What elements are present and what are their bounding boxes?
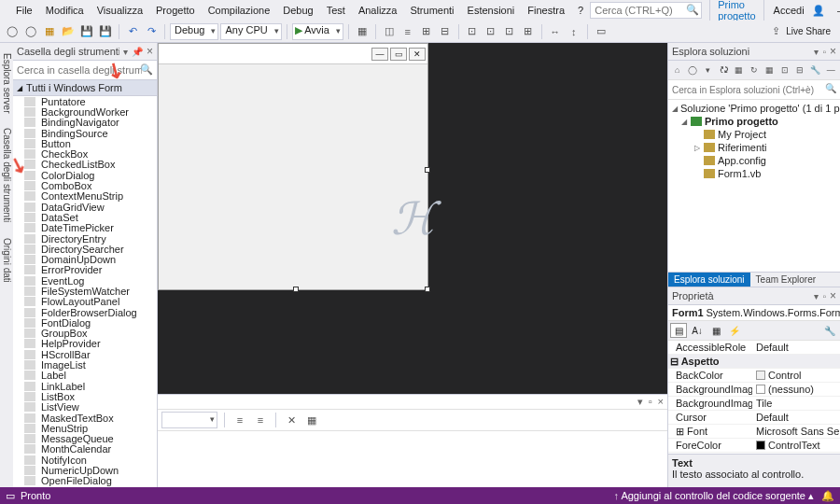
property-row[interactable]: ForeColorControlText [668,439,840,453]
toolbox-search-input[interactable] [15,63,155,77]
toolbox-category[interactable]: ◢ Tutti i Windows Form [13,80,157,96]
sign-in-link[interactable]: Accedi [774,5,805,16]
platform-combo[interactable]: Any CPU▾ [220,23,281,40]
toolbox-item[interactable]: NumericUpDown [13,465,157,475]
toolbox-item[interactable]: GroupBox [13,329,157,339]
properties-object[interactable]: Form1 System.Windows.Forms.Form [668,305,840,321]
pin-icon[interactable]: ▫ [822,47,826,57]
dropdown-icon[interactable]: ▾ [814,291,819,301]
property-row[interactable]: ⊞ FontMicrosoft Sans Serif; 8,25pt [668,425,840,439]
toolbox-item[interactable]: EventLog [13,275,157,286]
toolbox-item[interactable]: CheckBox [13,148,157,159]
rail-tab[interactable]: Casella degli strumenti [0,121,14,229]
source-control-button[interactable]: ↑ Aggiungi al controllo del codice sorge… [613,490,814,502]
tb-icon[interactable]: ▾ [701,63,715,77]
categorized-icon[interactable]: ▤ [670,323,687,338]
toolbox-item[interactable]: MenuStrip [13,423,157,433]
tree-node[interactable]: App.config [668,154,840,167]
menu-visualizza[interactable]: Visualizza [91,2,149,19]
quick-search-input[interactable] [590,2,702,19]
tb-icon[interactable]: ✕ [283,412,300,428]
property-pages-icon[interactable]: 🔧 [821,323,838,338]
tb-icon[interactable]: ≡ [231,412,248,428]
form-max-button[interactable]: ▭ [390,48,407,61]
close-icon[interactable]: × [147,45,153,58]
toolbox-item[interactable]: FolderBrowserDialog [13,307,157,317]
align-icon[interactable]: ⊡ [483,23,499,40]
toolbox-item[interactable]: NotifyIcon [13,455,157,465]
toolbox-item[interactable]: DateTimePicker [13,223,157,233]
toolbox-item[interactable]: FileSystemWatcher [13,286,157,296]
live-share-label[interactable]: Live Share [786,26,831,36]
menu-compilazione[interactable]: Compilazione [202,2,277,19]
tab-team-explorer[interactable]: Team Explorer [750,273,821,287]
solution-search-input[interactable] [670,82,838,97]
toolbox-item[interactable]: ComboBox [13,180,157,190]
property-row[interactable]: BackColorControl [668,369,840,383]
toolbox-item[interactable]: CheckedListBox [13,160,157,170]
toolbox-item[interactable]: DataGridView [13,202,157,212]
toolbox-item[interactable]: LinkLabel [13,381,157,391]
tb-icon[interactable]: — [824,63,838,77]
tb-icon[interactable]: ≡ [252,412,269,428]
menu-debug[interactable]: Debug [276,2,319,19]
menu-?[interactable]: ? [571,2,590,19]
tb-icon[interactable]: ▦ [763,63,777,77]
toolbox-item[interactable]: HelpProvider [13,339,157,349]
align-icon[interactable]: ⊞ [520,23,537,40]
properties-icon[interactable]: ▦ [707,323,724,338]
dropdown-icon[interactable]: ▾ [637,396,643,408]
toolbox-item[interactable]: FlowLayoutPanel [13,297,157,307]
dropdown-icon[interactable]: ▾ [814,47,819,57]
align-icon[interactable]: ⊞ [418,23,435,40]
nav-back-icon[interactable]: ◯ [4,23,21,40]
new-project-icon[interactable]: ▦ [41,23,58,40]
rail-tab[interactable]: Origini dati [0,231,14,289]
pin-icon[interactable]: ▫ [822,291,826,301]
toolbox-item[interactable]: ListView [13,402,157,413]
toolbox-item[interactable]: BindingSource [13,128,157,138]
toolbox-item[interactable]: MessageQueue [13,434,157,444]
toolbox-item[interactable]: Label [13,371,157,381]
close-icon[interactable]: × [830,289,836,302]
form-client-area[interactable] [159,64,427,289]
toolbox-item[interactable]: DirectorySearcher [13,244,157,254]
sync-icon[interactable]: 🗘 [716,63,730,77]
quick-search[interactable]: 🔍 [590,2,702,19]
toolbox-item[interactable]: FontDialog [13,317,157,328]
notifications-icon[interactable]: 🔔 [821,490,834,502]
toolbox-item[interactable]: ColorDialog [13,170,157,180]
solution-tree[interactable]: ◢Soluzione 'Primo progetto' (1 di 1 prog… [668,100,840,272]
menu-progetto[interactable]: Progetto [149,2,202,19]
user-icon[interactable]: 👤 [812,5,825,17]
tb-icon[interactable]: ◯ [685,63,699,77]
align-icon[interactable]: ≡ [399,23,416,40]
menu-test[interactable]: Test [320,2,352,19]
tb-icon[interactable]: ▦ [354,23,371,40]
toolbox-item[interactable]: BackgroundWorker [13,106,157,117]
live-share-icon[interactable]: ⇪ [767,23,784,40]
config-combo[interactable]: Debug▾ [170,23,218,40]
menu-strumenti[interactable]: Strumenti [403,2,460,19]
tb-icon[interactable]: ▦ [732,63,746,77]
form-canvas[interactable]: — ▭ ✕ [158,43,428,290]
tree-node[interactable]: ▷Riferimenti [668,141,840,154]
form-close-button[interactable]: ✕ [409,48,426,61]
form-designer[interactable]: — ▭ ✕ ℋ [158,43,667,394]
tb-icon[interactable]: ⊟ [793,63,807,77]
toolbox-item[interactable]: PageSetupDialog [13,486,157,487]
output-source-combo[interactable]: ▾ [161,412,217,428]
dropdown-icon[interactable]: ▾ [123,47,128,57]
save-all-icon[interactable]: 💾 [97,23,114,40]
toolbox-item[interactable]: DomainUpDown [13,254,157,264]
toolbox-item[interactable]: DirectoryEntry [13,233,157,244]
home-icon[interactable]: ⌂ [670,63,684,77]
menu-finestra[interactable]: Finestra [521,2,571,19]
toolbox-item[interactable]: BindingNavigator [13,118,157,128]
save-icon[interactable]: 💾 [78,23,95,40]
align-icon[interactable]: ↔ [547,23,564,40]
toolbox-item[interactable]: Button [13,138,157,148]
toolbox-item[interactable]: HScrollBar [13,349,157,359]
toolbox-item[interactable]: MonthCalendar [13,444,157,455]
pin-icon[interactable]: ▫ [649,396,652,408]
